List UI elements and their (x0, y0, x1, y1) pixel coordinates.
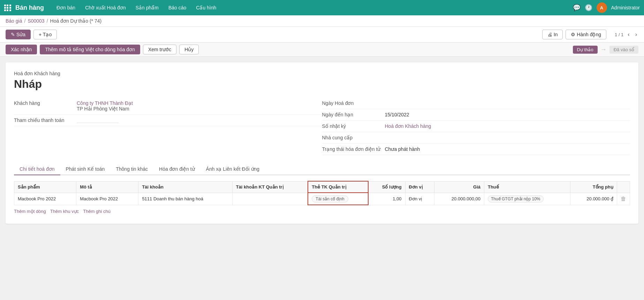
breadcrumb: Báo giá / S00003 / Hoá đơn Dự thảo (* 74… (0, 15, 644, 27)
th-don-vi: Đơn vị (405, 181, 434, 193)
field-khach-hang: Khách hàng Công ty THNH Thành ĐạtTP Hải … (14, 98, 322, 115)
action-button[interactable]: ⚙ Hành động (566, 30, 606, 39)
page-next-button[interactable]: › (634, 31, 638, 38)
table-row: Macbook Pro 2022 Macbook Pro 2022 5111 D… (14, 193, 630, 205)
status-bar: Xác nhận Thêm mô tả tiếng Việt cho dòng … (0, 43, 644, 57)
th-thue: Thuế (484, 181, 570, 193)
th-tai-khoan: Tài khoản (138, 181, 232, 193)
th-tk-qt: Tài khoản KT Quản trị (232, 181, 308, 193)
page-prev-button[interactable]: ‹ (626, 31, 631, 38)
tab-phat-sinh[interactable]: Phát sinh Kế toán (60, 163, 111, 175)
th-actions (617, 181, 630, 193)
tab-thong-tin[interactable]: Thông tin khác (110, 163, 153, 175)
delete-row-button[interactable]: 🗑 (621, 196, 626, 202)
chat-icon[interactable]: 💬 (573, 4, 581, 11)
label-ngay-den-han: Ngày đến hạn (322, 112, 385, 117)
tab-hoa-don-dien-tu[interactable]: Hóa đơn điện tử (153, 163, 200, 175)
username[interactable]: Administrator (611, 5, 640, 10)
value-khach-hang[interactable]: Công ty THNH Thành ĐạtTP Hải Phòng Việt … (77, 100, 133, 111)
menu-item-don-ban[interactable]: Đơn bán (52, 3, 79, 13)
fields-right: Ngày Hoá đơn Ngày đến hạn 15/10/2022 Số … (322, 98, 630, 155)
tab-chi-tiet[interactable]: Chi tiết hoá đơn (14, 163, 60, 175)
app-grid-icon[interactable] (4, 5, 11, 11)
field-so-nhat-ky: Số nhật ký Hoá đơn Khách hàng (322, 121, 630, 132)
th-gia: Giá (434, 181, 484, 193)
menu-item-bao-cao[interactable]: Báo cáo (164, 3, 190, 13)
cell-description[interactable]: Macbook Pro 2022 (76, 193, 138, 205)
status-draft-badge[interactable]: Dự thảo (573, 46, 598, 54)
cell-product[interactable]: Macbook Pro 2022 (14, 193, 76, 205)
field-ngay-den-han: Ngày đến hạn 15/10/2022 (322, 109, 630, 121)
th-the-tk: Thẻ TK Quản trị (308, 181, 368, 193)
cell-subtotal[interactable]: 20.000.000 ₫ (570, 193, 617, 205)
field-ngay-hoa-don: Ngày Hoá đơn (322, 98, 630, 109)
cell-tk-tag[interactable]: Tài sản cố định (308, 193, 368, 205)
tab-anh-xa[interactable]: Ánh xạ Liên kết Đối ứng (200, 163, 265, 175)
top-nav-right: 💬 🕐 A Administrator (573, 2, 640, 13)
cell-price[interactable]: 20.000.000,00 (434, 193, 484, 205)
add-desc-button[interactable]: Thêm mô tả tiếng Việt cho dòng hóa đơn (40, 45, 140, 54)
tabs-bar: Chi tiết hoá đơn Phát sinh Kế toán Thông… (14, 163, 630, 175)
table-add-row-bar: Thêm một dòng Thêm khu vực Thêm ghi chú (14, 205, 630, 215)
clock-icon[interactable]: 🕐 (585, 4, 592, 11)
label-ngay-hoa-don: Ngày Hoá đơn (322, 100, 385, 106)
cell-tax[interactable]: Thuế GTGT phải nộp 10% (484, 193, 570, 205)
add-note-link[interactable]: Thêm ghi chú (83, 209, 111, 214)
menu-item-san-pham[interactable]: Sản phẩm (131, 3, 163, 13)
action-bar-right: 🖨 In ⚙ Hành động 1 / 1 ‹ › (542, 30, 638, 39)
add-row-link[interactable]: Thêm một dòng (14, 209, 46, 214)
breadcrumb-s00003[interactable]: S00003 (28, 18, 44, 24)
add-section-link[interactable]: Thêm khu vực (50, 209, 79, 214)
cell-kt-account[interactable] (232, 193, 308, 205)
field-nha-cung-cap: Nhà cung cấp (322, 132, 630, 144)
value-trang-thai: Chưa phát hành (385, 146, 420, 152)
fields-left: Khách hàng Công ty THNH Thành ĐạtTP Hải … (14, 98, 322, 155)
label-khach-hang: Khách hàng (14, 100, 77, 111)
edit-button[interactable]: ✎ Sửa (6, 30, 31, 39)
print-button[interactable]: 🖨 In (542, 30, 563, 39)
value-so-nhat-ky[interactable]: Hoá đơn Khách hàng (385, 123, 431, 129)
page-info: 1 / 1 (615, 32, 623, 37)
status-bar-right: Dự thảo → Đã vào sổ (573, 46, 638, 54)
invoice-fields: Khách hàng Công ty THNH Thành ĐạtTP Hải … (14, 98, 630, 155)
app-brand[interactable]: Bán hàng (15, 4, 44, 11)
preview-button[interactable]: Xem trước (143, 45, 176, 54)
top-navigation: Bán hàng Đơn bán Chờ xuất Hoá đơn Sản ph… (0, 0, 644, 15)
main-content: Hoá đơn Khách hàng Nháp Khách hàng Công … (6, 62, 638, 224)
field-tham-chieu: Tham chiếu thanh toán (14, 115, 322, 126)
th-mo-ta: Mô tả (76, 181, 138, 193)
menu-item-cho-xuat[interactable]: Chờ xuất Hoá đơn (81, 3, 130, 13)
menu-item-cau-hinh[interactable]: Cấu hình (192, 3, 220, 13)
tax-badge[interactable]: Thuế GTGT phải nộp 10% (488, 195, 544, 202)
value-ngay-den-han[interactable]: 15/10/2022 (385, 112, 409, 117)
breadcrumb-current: Hoá đơn Dự thảo (* 74) (50, 18, 102, 24)
label-so-nhat-ky: Số nhật ký (322, 123, 385, 129)
top-menu: Đơn bán Chờ xuất Hoá đơn Sản phẩm Báo cá… (52, 3, 570, 13)
invoice-type-label: Hoá đơn Khách hàng (14, 71, 630, 76)
breadcrumb-sep-1: / (24, 18, 25, 24)
cell-delete: 🗑 (617, 193, 630, 205)
status-posted-badge[interactable]: Đã vào sổ (609, 46, 638, 54)
cell-account[interactable]: 5111 Doanh thu bán hàng hoá (138, 193, 232, 205)
status-arrow-icon: → (600, 46, 607, 53)
invoice-table: Sản phẩm Mô tả Tài khoản Tài khoản KT Qu… (14, 181, 630, 205)
cancel-button[interactable]: Hủy (179, 45, 199, 54)
field-trang-thai-hoa-don: Trạng thái hóa đơn điện tử Chưa phát hàn… (322, 144, 630, 155)
invoice-title: Nháp (14, 78, 630, 91)
avatar[interactable]: A (597, 2, 607, 13)
th-tong-phu: Tổng phụ (570, 181, 617, 193)
breadcrumb-sep-2: / (47, 18, 48, 24)
label-tham-chieu: Tham chiếu thanh toán (14, 117, 77, 123)
cell-quantity[interactable]: 1,00 (368, 193, 405, 205)
create-button[interactable]: + Tạo (33, 30, 57, 39)
label-trang-thai: Trạng thái hóa đơn điện tử (322, 146, 385, 152)
value-tham-chieu[interactable] (77, 117, 119, 123)
breadcrumb-bao-gia[interactable]: Báo giá (6, 18, 22, 24)
label-nha-cung-cap: Nhà cung cấp (322, 135, 385, 140)
th-so-luong: Số lượng (368, 181, 405, 193)
confirm-button[interactable]: Xác nhận (6, 45, 37, 54)
th-san-pham: Sản phẩm (14, 181, 76, 193)
cell-unit[interactable]: Đơn vị (405, 193, 434, 205)
action-bar: ✎ Sửa + Tạo 🖨 In ⚙ Hành động 1 / 1 ‹ › (0, 27, 644, 43)
tk-tag-badge[interactable]: Tài sản cố định (312, 195, 348, 202)
